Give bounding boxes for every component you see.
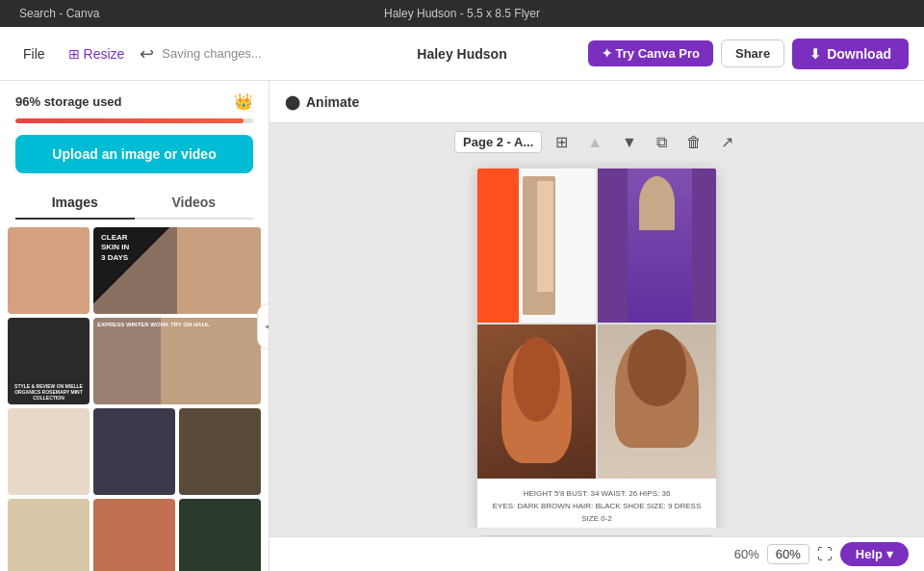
fullscreen-button[interactable]: ⛶: [817, 546, 833, 563]
resize-icon: ⊞: [68, 46, 80, 62]
try-pro-button[interactable]: ✦ Try Canva Pro: [588, 40, 713, 66]
browser-bar: Search - Canva Haley Hudson - 5.5 x 8.5 …: [0, 0, 924, 27]
download-button[interactable]: ⬇ Download: [792, 39, 909, 69]
undo-button[interactable]: ↩: [140, 43, 154, 65]
download-label: Download: [827, 46, 891, 62]
toolbar-left: File ⊞ Resize ↩ Saving changes...: [15, 42, 405, 65]
list-item[interactable]: CLEARSKIN IN3 DAYS: [93, 227, 261, 314]
list-item[interactable]: [179, 499, 261, 571]
file-menu-button[interactable]: File: [15, 42, 53, 65]
animate-icon: ⬤: [285, 94, 300, 110]
share-page-button[interactable]: ↗: [715, 131, 739, 153]
list-item[interactable]: EXPRESS WINTER WORK TRY ON HAUL: [93, 318, 261, 404]
storage-progress-bar: [15, 118, 253, 123]
animate-button[interactable]: ⬤ Animate: [285, 94, 359, 110]
add-to-page-button[interactable]: ⊞: [550, 131, 574, 153]
list-item[interactable]: [8, 499, 90, 571]
download-icon: ⬇: [809, 46, 821, 62]
tab-images[interactable]: Images: [15, 187, 135, 220]
list-item[interactable]: [93, 499, 175, 571]
share-button[interactable]: Share: [721, 39, 784, 67]
try-pro-label: Try Canva Pro: [616, 46, 700, 61]
list-item[interactable]: STYLE & REVIEW ON MIELLE ORGANICS ROSEMA…: [8, 318, 90, 404]
help-icon: ▾: [886, 547, 893, 561]
stats-line1: HEIGHT 5'8 BUST: 34 WAIST: 26 HIPS: 36: [489, 488, 705, 501]
page-down-button[interactable]: ▼: [616, 132, 643, 153]
sidebar: 96% storage used 👑 Upload an image or vi…: [0, 81, 270, 571]
delete-page-button[interactable]: 🗑: [680, 132, 707, 153]
zoom-input[interactable]: 60%: [767, 544, 809, 564]
page-up-button[interactable]: ▲: [581, 132, 608, 153]
bottom-bar: 60% 60% ⛶ Help ▾: [270, 536, 924, 571]
animate-label: Animate: [306, 94, 359, 110]
right-tab-label: Haley Hudson - 5.5 x 8.5 Flyer: [315, 7, 610, 20]
toolbar-right: ✦ Try Canva Pro Share ⬇ Download: [519, 39, 909, 69]
tab-videos[interactable]: Videos: [135, 187, 254, 220]
resize-label: Resize: [84, 46, 125, 62]
stats-line2: EYES: DARK BROWN HAIR: BLACK SHOE SIZE: …: [489, 501, 705, 526]
storage-fill: [15, 118, 244, 123]
pro-star-icon: ✦: [602, 46, 612, 61]
left-tab-label: Search - Canva: [19, 7, 315, 20]
canvas-stats: HEIGHT 5'8 BUST: 34 WAIST: 26 HIPS: 36 E…: [477, 479, 716, 528]
design-canvas[interactable]: HEIGHT 5'8 BUST: 34 WAIST: 26 HIPS: 36 E…: [477, 169, 716, 528]
canvas-viewport: HEIGHT 5'8 BUST: 34 WAIST: 26 HIPS: 36 E…: [270, 161, 924, 528]
image-grid: CLEARSKIN IN3 DAYS STYLE & REVIEW ON MIE…: [0, 220, 269, 571]
page-controls: Page 2 - A... ⊞ ▲ ▼ ⧉ 🗑 ↗: [270, 123, 924, 161]
canvas-area: ⬤ Animate Page 2 - A... ⊞ ▲ ▼ ⧉ 🗑 ↗: [270, 81, 924, 571]
resize-button[interactable]: ⊞ Resize: [61, 42, 133, 65]
page-label: Page 2 - A...: [454, 131, 542, 153]
duplicate-page-button[interactable]: ⧉: [651, 132, 673, 153]
tab-bar: Images Videos: [15, 187, 253, 220]
user-name-label: Haley Hudson: [417, 46, 506, 62]
saving-status: Saving changes...: [162, 46, 261, 61]
list-item[interactable]: [93, 408, 175, 495]
app-toolbar: File ⊞ Resize ↩ Saving changes... Haley …: [0, 27, 924, 81]
crown-icon: 👑: [234, 92, 253, 111]
list-item[interactable]: [8, 227, 90, 314]
upload-button[interactable]: Upload an image or video: [15, 135, 253, 173]
storage-bar: 96% storage used 👑: [0, 81, 269, 118]
canvas-photo-grid: [477, 169, 716, 479]
list-item[interactable]: [179, 408, 261, 495]
storage-text: 96% storage used: [15, 94, 122, 109]
help-label: Help: [856, 547, 883, 561]
toolbar-center: Haley Hudson: [417, 46, 506, 62]
main-layout: 96% storage used 👑 Upload an image or vi…: [0, 81, 924, 571]
list-item[interactable]: [8, 408, 90, 495]
animate-bar: ⬤ Animate: [270, 81, 924, 123]
help-button[interactable]: Help ▾: [840, 542, 909, 566]
sidebar-collapse-handle[interactable]: ◀: [257, 303, 270, 350]
zoom-level: 60%: [734, 547, 759, 561]
